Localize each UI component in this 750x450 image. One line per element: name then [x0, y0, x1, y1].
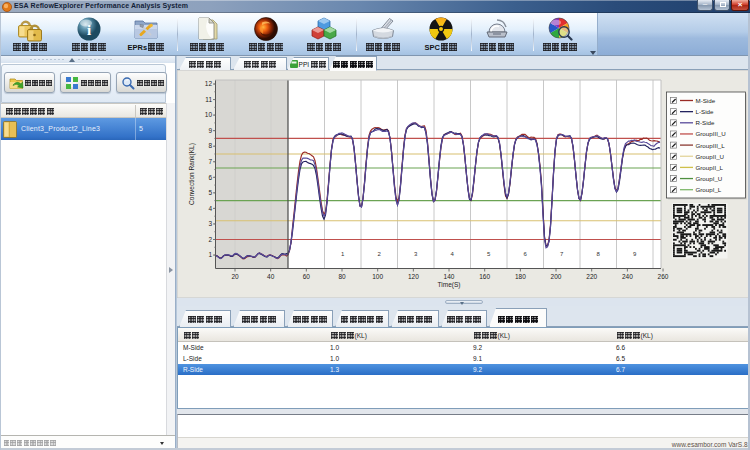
svg-text:5: 5 — [208, 189, 212, 196]
svg-text:80: 80 — [338, 273, 346, 280]
svg-text:M-Side: M-Side — [696, 97, 716, 104]
svg-text:10: 10 — [205, 111, 213, 118]
svg-text:GroupI_U: GroupI_U — [696, 175, 723, 182]
svg-text:12: 12 — [205, 80, 213, 87]
svg-text:GroupIII_L: GroupIII_L — [696, 142, 726, 149]
svg-text:GroupI_L: GroupI_L — [696, 186, 722, 193]
svg-text:i: i — [87, 22, 91, 38]
svg-text:1: 1 — [208, 251, 212, 258]
svg-text:20: 20 — [231, 273, 239, 280]
svg-text:200: 200 — [551, 273, 562, 280]
svg-text:140: 140 — [444, 273, 455, 280]
svg-text:40: 40 — [267, 273, 275, 280]
svg-text:2: 2 — [208, 236, 212, 243]
svg-text:8: 8 — [208, 142, 212, 149]
svg-text:3: 3 — [208, 220, 212, 227]
svg-text:120: 120 — [408, 273, 419, 280]
svg-text:6: 6 — [208, 174, 212, 181]
svg-text:240: 240 — [622, 273, 633, 280]
svg-text:160: 160 — [479, 273, 490, 280]
svg-text:Time(S): Time(S) — [438, 281, 461, 289]
svg-text:4: 4 — [208, 205, 212, 212]
svg-text:9: 9 — [208, 127, 212, 134]
svg-text:7: 7 — [208, 158, 212, 165]
svg-text:60: 60 — [303, 273, 311, 280]
svg-text:GroupII_U: GroupII_U — [696, 153, 725, 160]
svg-text:100: 100 — [372, 273, 383, 280]
svg-text:R-Side: R-Side — [696, 119, 715, 126]
svg-text:260: 260 — [658, 273, 669, 280]
svg-text:L-Side: L-Side — [696, 108, 714, 115]
svg-text:220: 220 — [586, 273, 597, 280]
svg-text:Convection Rank(KL): Convection Rank(KL) — [188, 143, 196, 205]
svg-text:180: 180 — [515, 273, 526, 280]
svg-text:GroupII_L: GroupII_L — [696, 164, 724, 171]
svg-text:GroupIII_U: GroupIII_U — [696, 130, 726, 137]
svg-text:11: 11 — [205, 96, 212, 103]
